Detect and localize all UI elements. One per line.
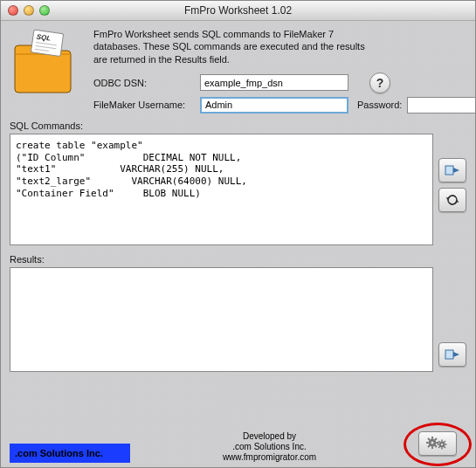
zoom-window-button[interactable]	[39, 5, 50, 16]
sql-commands-label: SQL Commands:	[10, 120, 466, 131]
help-button[interactable]: ?	[369, 72, 390, 93]
svg-line-28	[438, 447, 439, 448]
refresh-button[interactable]	[438, 188, 466, 212]
username-input[interactable]	[200, 97, 348, 114]
execute-button[interactable]	[438, 158, 466, 182]
gear-icon	[426, 436, 449, 451]
company-logo: .com Solutions Inc.	[10, 444, 130, 463]
password-input[interactable]	[407, 97, 476, 114]
svg-line-27	[445, 447, 445, 448]
svg-rect-5	[445, 166, 453, 175]
preferences-button[interactable]	[418, 431, 457, 456]
window-controls	[1, 5, 50, 16]
credit-line-1: Developed by	[130, 431, 409, 442]
svg-marker-8	[455, 200, 459, 203]
credit-line-2: .com Solutions Inc.	[130, 442, 409, 452]
password-label: Password:	[357, 100, 402, 110]
credit-line-3: www.fmpromigrator.com	[130, 452, 409, 463]
svg-marker-6	[453, 168, 459, 173]
refresh-icon	[445, 193, 459, 207]
svg-point-20	[431, 441, 433, 444]
svg-line-19	[435, 438, 437, 440]
svg-line-16	[428, 438, 430, 440]
odbc-dsn-label: ODBC DSN:	[93, 78, 195, 88]
sql-commands-textarea[interactable]	[10, 134, 433, 245]
description-text: FmPro Worksheet sends SQL commands to Fi…	[93, 28, 373, 65]
results-label: Results:	[10, 254, 466, 265]
username-label: FileMaker Username:	[93, 100, 195, 110]
app-window: FmPro Worksheet 1.02 SQL FmPro	[0, 0, 476, 468]
window-body: SQL FmPro Worksheet sends SQL commands t…	[1, 21, 475, 468]
svg-marker-10	[453, 352, 459, 357]
help-icon: ?	[376, 76, 384, 90]
execute-icon	[445, 164, 460, 176]
minimize-window-button[interactable]	[24, 5, 34, 16]
export-results-button[interactable]	[438, 342, 466, 367]
svg-line-17	[435, 445, 437, 447]
close-window-button[interactable]	[8, 5, 18, 16]
app-icon: SQL	[10, 28, 83, 114]
svg-line-29	[445, 441, 445, 442]
results-textarea[interactable]	[10, 267, 433, 372]
credits: Developed by .com Solutions Inc. www.fmp…	[130, 431, 409, 463]
titlebar: FmPro Worksheet 1.02	[1, 1, 475, 21]
svg-point-30	[441, 444, 443, 445]
company-logo-text: .com Solutions Inc.	[15, 448, 103, 458]
window-title: FmPro Worksheet 1.02	[1, 4, 475, 17]
svg-rect-9	[445, 350, 453, 359]
odbc-dsn-input[interactable]	[200, 74, 348, 91]
export-icon	[445, 348, 460, 361]
svg-line-26	[438, 441, 439, 442]
svg-line-18	[428, 445, 430, 447]
